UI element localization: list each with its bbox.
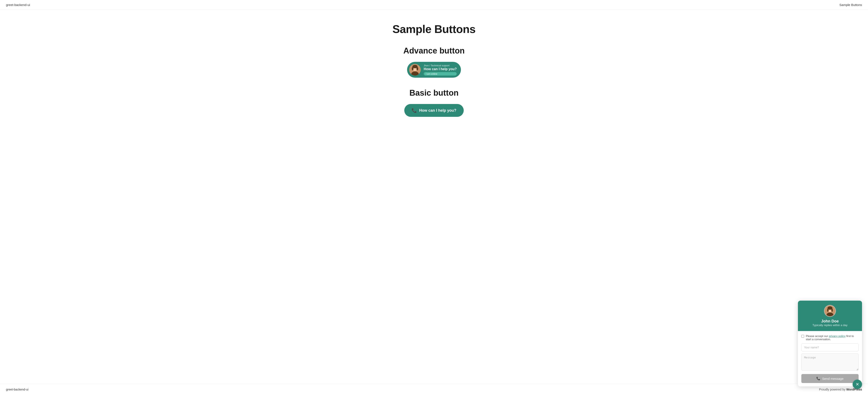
send-message-button[interactable]: 📞 Send message xyxy=(801,374,859,383)
chat-widget: John Doe Typically replies within a day … xyxy=(798,301,862,389)
chat-agent-name: John Doe xyxy=(821,319,839,323)
chat-avatar-image xyxy=(825,305,835,317)
top-nav: greet-backend-ui Sample Buttons xyxy=(0,0,868,10)
privacy-checkbox[interactable] xyxy=(801,335,804,338)
advance-avatar-wrap xyxy=(409,64,421,76)
privacy-text-1: Please accept our xyxy=(806,334,829,338)
message-textarea[interactable] xyxy=(801,354,859,371)
name-input[interactable] xyxy=(801,343,859,351)
chat-close-button[interactable]: ✕ xyxy=(852,379,862,389)
basic-button-label: How can I help you? xyxy=(419,108,456,113)
advance-chat-button[interactable]: Jhon / Techinical support How can I help… xyxy=(407,62,461,78)
phone-icon: 📞 xyxy=(411,108,417,113)
advance-main-text: How can I help you? xyxy=(424,67,457,71)
svg-point-12 xyxy=(827,308,829,312)
send-icon: 📞 xyxy=(816,376,820,380)
chat-body: Please accept our privacy policy first t… xyxy=(798,331,862,387)
basic-section-title: Basic button xyxy=(409,88,459,97)
svg-point-6 xyxy=(412,67,413,70)
advance-text-wrap: Jhon / Techinical support How can I help… xyxy=(424,64,457,76)
advance-button-section: Advance button xyxy=(4,46,864,78)
chat-panel: John Doe Typically replies within a day … xyxy=(798,301,862,387)
advance-badge: I am online xyxy=(424,72,457,76)
footer-brand: greet-backend-ui xyxy=(6,388,28,391)
nav-brand: greet-backend-ui xyxy=(6,3,30,7)
svg-point-7 xyxy=(416,67,418,70)
privacy-policy-link[interactable]: privacy policy xyxy=(829,334,845,338)
chat-header-avatar xyxy=(824,305,836,317)
advance-section-title: Advance button xyxy=(403,46,465,55)
basic-button-section: Basic button 📞 How can I help you? xyxy=(4,88,864,117)
basic-chat-button[interactable]: 📞 How can I help you? xyxy=(404,104,464,117)
main-content: Sample Buttons Advance button xyxy=(0,10,868,384)
footer: greet-backend-ui Proudly powered by Word… xyxy=(0,384,868,395)
chat-agent-status: Typically replies within a day xyxy=(812,323,847,327)
nav-sample-buttons-link[interactable]: Sample Buttons xyxy=(839,3,862,7)
chat-header: John Doe Typically replies within a day xyxy=(798,301,862,331)
advance-avatar-image xyxy=(409,64,421,76)
page-title: Sample Buttons xyxy=(393,23,476,35)
advance-subtitle: Jhon / Techinical support xyxy=(424,64,457,67)
advance-avatar xyxy=(409,64,421,76)
privacy-row: Please accept our privacy policy first t… xyxy=(801,334,859,341)
send-label: Send message xyxy=(822,377,843,380)
close-icon: ✕ xyxy=(856,382,859,387)
svg-point-13 xyxy=(831,308,833,312)
